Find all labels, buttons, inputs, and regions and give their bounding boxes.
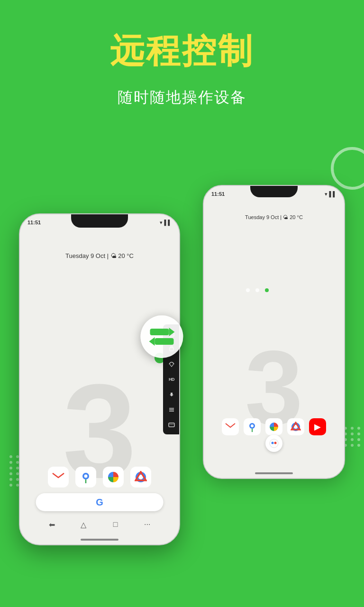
front-photos-icon — [103, 467, 124, 487]
signal-icon: ▌▌ — [329, 191, 337, 197]
nav-menu[interactable]: ··· — [142, 519, 153, 530]
svg-marker-23 — [169, 328, 175, 336]
svg-point-10 — [84, 475, 88, 478]
svg-marker-25 — [149, 337, 155, 346]
svg-rect-24 — [155, 338, 174, 345]
phone-front: 11:51 ▾ ▌▌ Tuesday 9 Oct | 🌤 20 °C 3 — [19, 213, 180, 545]
back-app-icons: ▶ — [222, 418, 326, 435]
google-g-icon: G — [96, 497, 103, 508]
front-google-search[interactable]: G — [36, 493, 164, 511]
front-app-icons — [48, 467, 151, 487]
transfer-icon — [141, 315, 183, 358]
dot-2 — [255, 288, 259, 292]
back-home-bar — [255, 472, 293, 474]
main-title: 远程控制 — [0, 28, 364, 74]
svg-point-5 — [270, 439, 278, 448]
svg-point-6 — [272, 442, 274, 444]
phone-front-screen: 11:51 ▾ ▌▌ Tuesday 9 Oct | 🌤 20 °C 3 — [20, 214, 179, 544]
phone-back: 11:51 ▾ ▌▌ Tuesday 9 Oct | 🌤 20 °C 3 — [203, 185, 345, 479]
front-home-bar — [81, 539, 118, 541]
svg-rect-18 — [169, 423, 174, 427]
front-gmail-icon — [48, 467, 69, 487]
toolbar-icon-4[interactable] — [165, 388, 178, 401]
wifi-icon: ▾ — [325, 191, 328, 197]
front-phone-notch — [71, 214, 128, 228]
toolbar-icon-5[interactable] — [165, 403, 178, 416]
back-chrome-icon — [287, 418, 304, 435]
phones-container: 11:51 ▾ ▌▌ Tuesday 9 Oct | 🌤 20 °C 3 — [0, 156, 364, 607]
svg-point-2 — [251, 424, 254, 427]
toolbar-hd-label[interactable]: HD — [165, 373, 178, 386]
back-assistant-icon — [265, 435, 282, 452]
front-phone-date: Tuesday 9 Oct | 🌤 20 °C — [65, 252, 134, 259]
dot-1 — [246, 288, 250, 292]
small-dots — [246, 288, 269, 292]
page-container: 远程控制 随时随地操作设备 11:51 — [0, 0, 364, 607]
nav-back[interactable]: ⬅ — [46, 519, 57, 530]
subtitle: 随时随地操作设备 — [0, 87, 364, 108]
dot-3 — [265, 288, 269, 292]
front-maps-icon — [75, 467, 96, 487]
back-maps-icon — [244, 418, 261, 435]
back-photos-icon — [265, 418, 282, 435]
front-signal-icon: ▌▌ — [164, 220, 172, 225]
toolbar-icon-3[interactable] — [165, 358, 178, 371]
front-time: 11:51 — [27, 220, 41, 225]
back-status-icons: ▾ ▌▌ — [325, 191, 337, 197]
front-status-icons: ▾ ▌▌ — [160, 220, 172, 226]
title-section: 远程控制 随时随地操作设备 — [0, 0, 364, 108]
back-phone-date: Tuesday 9 Oct | 🌤 20 °C — [245, 214, 303, 220]
transfer-arrows-svg — [149, 328, 175, 346]
toolbar-icon-6[interactable] — [165, 418, 178, 432]
back-phone-notch — [250, 186, 298, 197]
svg-point-7 — [274, 442, 277, 444]
svg-rect-22 — [150, 329, 169, 335]
phone-back-screen: 11:51 ▾ ▌▌ Tuesday 9 Oct | 🌤 20 °C 3 — [204, 186, 344, 478]
front-chrome-icon — [130, 467, 151, 487]
nav-home[interactable]: △ — [78, 519, 89, 530]
front-bottom-nav: ⬅ △ □ ··· — [36, 519, 164, 530]
back-time: 11:51 — [211, 191, 225, 197]
front-wifi-icon: ▾ — [160, 220, 163, 226]
nav-recents[interactable]: □ — [110, 519, 121, 530]
back-youtube-icon: ▶ — [309, 418, 326, 435]
back-gmail-icon — [222, 418, 239, 435]
